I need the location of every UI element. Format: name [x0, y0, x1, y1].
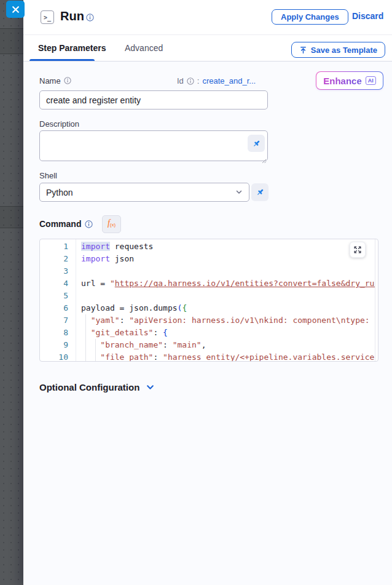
canvas-row-band [0, 206, 25, 228]
code-token: , [202, 340, 206, 349]
step-parameters-panel: Name Id : create_and_r... Enhance AI Des… [23, 62, 392, 585]
editor-gutter: 12345678910 [40, 241, 68, 362]
name-label: Name [39, 76, 72, 86]
tab-advanced[interactable]: Advanced [125, 35, 163, 61]
code-line[interactable]: "yaml": "apiVersion: harness.io/v1\nkind… [81, 314, 375, 327]
pin-icon [256, 188, 265, 197]
code-token: "yaml" [91, 316, 120, 325]
code-token [81, 316, 91, 325]
shell-label-text: Shell [39, 171, 57, 180]
code-token: : [163, 340, 173, 349]
code-line[interactable]: "file_path": "harness_entity/<+pipeline.… [81, 351, 375, 362]
code-token [81, 328, 91, 337]
description-field-wrap [39, 130, 268, 161]
id-label: Id [177, 76, 184, 86]
line-number: 8 [40, 327, 68, 339]
description-runtime-input-pin-button[interactable] [248, 135, 265, 152]
line-number: 7 [40, 314, 68, 327]
code-line[interactable] [81, 265, 375, 277]
tab-step-parameters[interactable]: Step Parameters [38, 35, 106, 61]
code-token: json [110, 254, 134, 263]
shell-select[interactable]: Python [39, 183, 249, 202]
name-label-text: Name [39, 76, 61, 86]
drawer-header: >_ Run Apply Changes Discard [23, 0, 392, 35]
code-line[interactable]: "branch_name": "main", [81, 339, 375, 351]
step-id-value[interactable]: create_and_r... [202, 76, 256, 86]
upload-icon [299, 46, 307, 54]
close-drawer-button[interactable] [6, 1, 25, 18]
step-info-icon[interactable] [86, 13, 94, 21]
line-number: 3 [40, 265, 68, 277]
code-line[interactable]: import requests [81, 241, 375, 253]
code-token: url = [81, 279, 110, 288]
code-token [81, 352, 100, 362]
description-input[interactable] [39, 130, 268, 161]
line-number: 9 [40, 339, 68, 351]
pin-icon [252, 139, 261, 148]
shell-selected-value: Python [46, 188, 73, 197]
code-token: import [81, 242, 110, 251]
line-number: 1 [40, 241, 68, 253]
code-line[interactable]: payload = json.dumps({ [81, 302, 375, 314]
code-token: "git_details" [91, 328, 154, 337]
expression-fx-button[interactable]: f(x) [102, 215, 121, 233]
code-token: { [163, 328, 168, 337]
editor-code[interactable]: import requestsimport jsonurl = "https:/… [81, 241, 375, 362]
code-token: https://qa.harness.io/v1/entities?conver… [115, 279, 375, 288]
command-info-icon[interactable] [85, 220, 93, 228]
code-token: "file_path" [100, 352, 153, 362]
close-icon [12, 6, 20, 14]
description-label-text: Description [39, 119, 79, 129]
code-line[interactable]: url = "https://qa.harness.io/v1/entities… [81, 277, 375, 290]
optional-configuration-toggle[interactable]: Optional Configuration [39, 382, 155, 392]
id-separator: : [197, 76, 200, 86]
expand-icon [353, 245, 362, 254]
line-number: 4 [40, 277, 68, 290]
fx-sub-label: (x) [110, 222, 116, 228]
id-info-icon[interactable] [187, 78, 194, 85]
optional-configuration-label: Optional Configuration [39, 382, 139, 392]
line-number: 10 [40, 351, 68, 362]
name-input[interactable] [39, 90, 268, 109]
save-as-template-label: Save as Template [311, 46, 377, 55]
line-number: 5 [40, 290, 68, 302]
editor-scrollbar-track[interactable] [375, 239, 375, 361]
code-token: import [81, 254, 110, 263]
code-line[interactable]: import json [81, 253, 375, 265]
code-line[interactable] [81, 290, 375, 302]
gutter-separator [76, 239, 76, 361]
canvas-row-band [0, 28, 25, 54]
line-number: 6 [40, 302, 68, 314]
code-token: "apiVersion: harness.io/v1\nkind: compon… [129, 316, 375, 325]
code-line[interactable]: "git_details": { [81, 327, 375, 339]
pipeline-canvas-background [0, 0, 25, 585]
description-label: Description [39, 119, 79, 129]
textarea-resize-handle[interactable] [262, 155, 267, 160]
code-token: : [153, 352, 163, 362]
code-token: requests [110, 242, 153, 251]
step-title: Run [60, 9, 84, 23]
shell-label: Shell [39, 171, 57, 180]
code-token: : [153, 328, 163, 337]
enhance-ai-button[interactable]: Enhance AI [316, 71, 383, 90]
code-token: payload = json.dumps [81, 303, 178, 312]
tab-bar: Step Parameters Advanced Save as Templat… [23, 35, 392, 62]
apply-changes-button[interactable]: Apply Changes [272, 9, 348, 25]
ai-badge: AI [366, 76, 376, 85]
command-label-text: Command [39, 219, 81, 229]
expand-editor-button[interactable] [350, 242, 366, 258]
code-token [81, 340, 100, 349]
name-info-icon[interactable] [64, 77, 72, 85]
code-token: : [120, 316, 130, 325]
chevron-down-icon [146, 383, 155, 392]
code-token: "branch_name" [100, 340, 163, 349]
command-label: Command [39, 219, 93, 229]
save-as-template-button[interactable]: Save as Template [291, 42, 385, 58]
shell-runtime-input-pin-button[interactable] [251, 183, 269, 201]
run-step-terminal-icon: >_ [41, 10, 54, 24]
code-token: " [110, 279, 115, 288]
discard-button[interactable]: Discard [352, 11, 383, 21]
code-token: { [182, 303, 187, 312]
line-number: 2 [40, 253, 68, 265]
command-code-editor[interactable]: 12345678910 import requestsimport jsonur… [39, 239, 378, 362]
